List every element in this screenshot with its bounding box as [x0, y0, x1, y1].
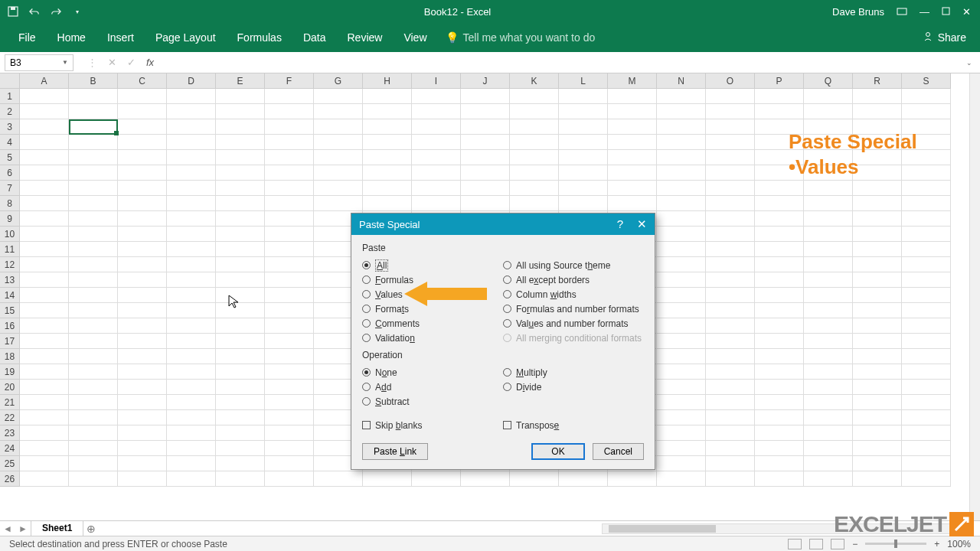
cell[interactable]	[853, 288, 902, 303]
cell[interactable]	[755, 89, 804, 104]
cell[interactable]	[412, 150, 461, 165]
cell[interactable]	[706, 150, 755, 165]
cell[interactable]	[853, 196, 902, 211]
cell[interactable]	[167, 104, 216, 119]
cell[interactable]	[265, 272, 314, 288]
cell[interactable]	[804, 471, 853, 487]
cell[interactable]	[657, 349, 706, 364]
cell[interactable]	[20, 181, 69, 196]
cell[interactable]	[804, 303, 853, 318]
column-header[interactable]: B	[69, 73, 118, 89]
column-header[interactable]: A	[20, 73, 69, 89]
cell[interactable]	[20, 364, 69, 380]
cell[interactable]	[167, 150, 216, 165]
cell[interactable]	[706, 288, 755, 303]
cell[interactable]	[118, 303, 167, 318]
cell[interactable]	[706, 104, 755, 119]
cell[interactable]	[608, 181, 657, 196]
cell[interactable]	[216, 456, 265, 471]
cell[interactable]	[853, 227, 902, 242]
cell[interactable]	[265, 456, 314, 471]
cell[interactable]	[804, 349, 853, 364]
cell[interactable]	[216, 211, 265, 227]
cell[interactable]	[265, 227, 314, 242]
cell[interactable]	[706, 257, 755, 272]
cell[interactable]	[461, 471, 510, 487]
cell[interactable]	[657, 165, 706, 181]
ok-button[interactable]: OK	[531, 443, 584, 460]
cell[interactable]	[118, 165, 167, 181]
cell[interactable]	[69, 257, 118, 272]
cell[interactable]	[510, 471, 559, 487]
cell[interactable]	[657, 89, 706, 104]
cell[interactable]	[608, 471, 657, 487]
cell[interactable]	[657, 456, 706, 471]
row-headers[interactable]: 1234567891011121314151617181920212223242…	[0, 89, 20, 520]
radio-values-num[interactable]: Values and number formats	[503, 316, 644, 331]
help-button[interactable]: ?	[617, 217, 623, 231]
cell[interactable]	[216, 181, 265, 196]
cell[interactable]	[755, 456, 804, 471]
cell[interactable]	[118, 395, 167, 410]
cell[interactable]	[412, 104, 461, 119]
cell[interactable]	[69, 242, 118, 257]
row-header[interactable]: 7	[0, 181, 20, 196]
cell[interactable]	[706, 227, 755, 242]
radio-values[interactable]: Values	[362, 287, 503, 302]
cell[interactable]	[216, 303, 265, 318]
column-header[interactable]: N	[657, 73, 706, 89]
cell[interactable]	[755, 410, 804, 425]
cell[interactable]	[118, 410, 167, 425]
cell[interactable]	[706, 272, 755, 288]
cell[interactable]	[804, 257, 853, 272]
vertical-scrollbar[interactable]	[969, 73, 980, 520]
cell[interactable]	[706, 364, 755, 380]
cell[interactable]	[706, 181, 755, 196]
cell[interactable]	[216, 364, 265, 380]
cell[interactable]	[657, 288, 706, 303]
cell[interactable]	[608, 104, 657, 119]
cell[interactable]	[216, 441, 265, 456]
cell[interactable]	[314, 119, 363, 135]
cell[interactable]	[412, 196, 461, 211]
cell[interactable]	[216, 395, 265, 410]
cell[interactable]	[804, 380, 853, 395]
radio-none[interactable]: None	[362, 365, 503, 380]
cell[interactable]	[69, 380, 118, 395]
cell[interactable]	[167, 425, 216, 441]
cell[interactable]	[461, 165, 510, 181]
cell[interactable]	[216, 257, 265, 272]
row-header[interactable]: 23	[0, 425, 20, 441]
cell[interactable]	[167, 119, 216, 135]
cell[interactable]	[118, 104, 167, 119]
cell[interactable]	[559, 150, 608, 165]
cell[interactable]	[657, 211, 706, 227]
paste-link-button[interactable]: Paste Link	[362, 443, 428, 460]
cell[interactable]	[412, 471, 461, 487]
cell[interactable]	[167, 441, 216, 456]
cell[interactable]	[314, 471, 363, 487]
view-normal-icon[interactable]	[788, 539, 802, 549]
cell[interactable]	[902, 89, 951, 104]
column-header[interactable]: F	[265, 73, 314, 89]
cell[interactable]	[706, 441, 755, 456]
cell[interactable]	[314, 181, 363, 196]
cell[interactable]	[265, 181, 314, 196]
cell[interactable]	[363, 196, 412, 211]
cell[interactable]	[216, 272, 265, 288]
qat-customize-icon[interactable]: ▾	[72, 6, 83, 17]
cell[interactable]	[167, 181, 216, 196]
cell[interactable]	[118, 242, 167, 257]
cell[interactable]	[510, 196, 559, 211]
row-header[interactable]: 5	[0, 150, 20, 165]
cell[interactable]	[755, 227, 804, 242]
cell[interactable]	[902, 257, 951, 272]
cell[interactable]	[706, 349, 755, 364]
tab-view[interactable]: View	[393, 23, 437, 52]
cell[interactable]	[216, 119, 265, 135]
cell[interactable]	[657, 150, 706, 165]
cell[interactable]	[657, 104, 706, 119]
row-header[interactable]: 17	[0, 334, 20, 349]
cell[interactable]	[363, 181, 412, 196]
cell[interactable]	[902, 181, 951, 196]
